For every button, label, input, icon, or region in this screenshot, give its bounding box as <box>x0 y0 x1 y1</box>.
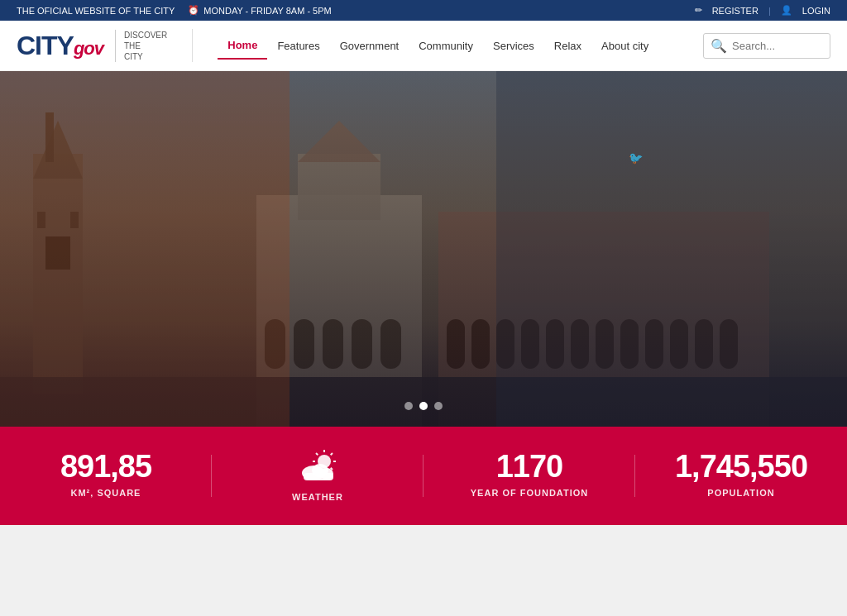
stat-population: 1,745,550 POPULATION <box>635 450 847 502</box>
official-text: THE OFICIAL WEBSITE OF THE CITY <box>17 6 175 16</box>
top-bar-left: THE OFICIAL WEBSITE OF THE CITY ⏰ MONDAY… <box>17 5 332 16</box>
stat-foundation: 1170 YEAR OF FOUNDATION <box>424 450 635 502</box>
nav-about[interactable]: About city <box>591 33 658 59</box>
hero-dot-2[interactable] <box>419 402 428 410</box>
stat-foundation-number: 1170 <box>440 450 619 485</box>
hero-buildings: 🐦 <box>0 71 847 427</box>
logo-divider <box>192 29 193 62</box>
hours-text: MONDAY - FRIDAY 8AM - 5PM <box>203 6 331 16</box>
nav-community[interactable]: Community <box>409 33 483 59</box>
nav-features[interactable]: Features <box>267 33 329 59</box>
top-bar: THE OFICIAL WEBSITE OF THE CITY ⏰ MONDAY… <box>0 0 847 21</box>
svg-text:🐦: 🐦 <box>629 151 644 165</box>
nav-government[interactable]: Government <box>330 33 409 59</box>
search-input[interactable] <box>732 40 823 52</box>
hours-group: ⏰ MONDAY - FRIDAY 8AM - 5PM <box>188 5 331 16</box>
hero-dots <box>404 402 443 410</box>
person-icon: 👤 <box>781 5 792 16</box>
divider: | <box>768 6 771 16</box>
hero-section: 🐦 <box>0 71 847 427</box>
weather-icon <box>228 450 407 489</box>
logo-subtitle: DISCOVER THE CITY <box>115 30 167 62</box>
stat-weather-label: WEATHER <box>228 492 407 502</box>
hero-dot-1[interactable] <box>404 402 413 410</box>
nav-services[interactable]: Services <box>483 33 544 59</box>
top-bar-right: ✏ REGISTER | 👤 LOGIN <box>695 5 830 16</box>
hero-dot-3[interactable] <box>434 402 443 410</box>
nav-relax[interactable]: Relax <box>544 33 591 59</box>
nav-home[interactable]: Home <box>218 32 267 60</box>
bottom-area <box>0 525 847 575</box>
search-box[interactable]: 🔍 <box>703 33 830 59</box>
svg-rect-31 <box>496 71 847 427</box>
stat-square: 891,85 KM², SQUARE <box>0 450 212 502</box>
stat-square-number: 891,85 <box>17 450 195 485</box>
login-link[interactable]: LOGIN <box>802 6 830 16</box>
logo-gov: gov <box>74 38 103 59</box>
logo: CITYgov <box>17 32 103 59</box>
search-icon: 🔍 <box>711 38 727 54</box>
svg-rect-45 <box>304 473 333 480</box>
stat-foundation-label: YEAR OF FOUNDATION <box>440 488 619 498</box>
clock-icon: ⏰ <box>188 5 199 16</box>
stat-population-number: 1,745,550 <box>652 450 830 485</box>
stat-weather: WEATHER <box>212 450 424 502</box>
svg-rect-30 <box>0 71 290 427</box>
header: CITYgov DISCOVER THE CITY Home Features … <box>0 21 847 71</box>
main-nav: Home Features Government Community Servi… <box>218 32 658 60</box>
logo-main-text: CITYgov <box>17 31 103 60</box>
stats-bar: 891,85 KM², SQUARE WEATHER <box>0 427 847 525</box>
register-link[interactable]: REGISTER <box>712 6 758 16</box>
pencil-icon: ✏ <box>695 5 702 16</box>
svg-line-41 <box>331 453 333 455</box>
stat-square-label: KM², SQUARE <box>17 488 195 498</box>
stat-population-label: POPULATION <box>652 488 830 498</box>
svg-line-38 <box>316 453 318 455</box>
logo-area[interactable]: CITYgov DISCOVER THE CITY <box>17 30 167 62</box>
